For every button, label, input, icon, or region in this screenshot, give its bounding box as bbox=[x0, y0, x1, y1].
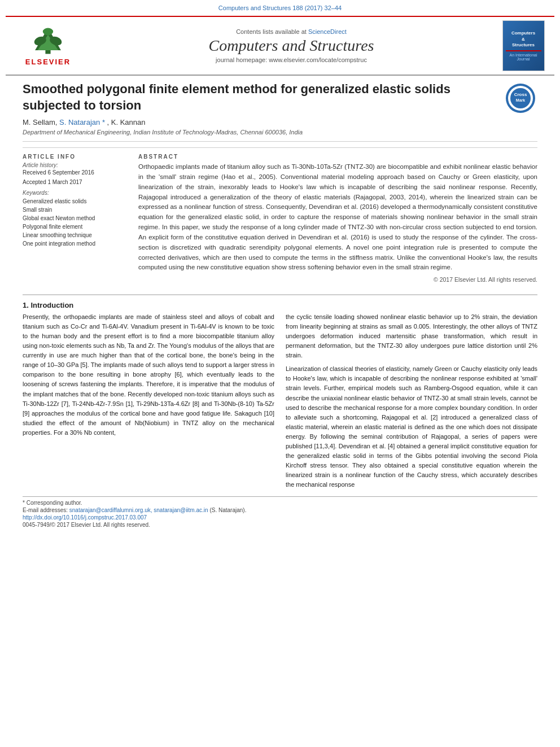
author-kannan: , K. Kannan bbox=[107, 118, 146, 126]
authors-line: M. Sellam, S. Natarajan * , K. Kannan bbox=[23, 118, 537, 126]
intro-right-para1: the cyclic tensile loading showed nonlin… bbox=[286, 312, 537, 360]
crossmark-badge: Cross Mark bbox=[504, 81, 537, 115]
article-title-container: Smoothed polygonal finite element method… bbox=[23, 81, 537, 113]
keyword-5: Linear smoothing technique bbox=[23, 231, 127, 239]
doi-line: http://dx.doi.org/10.1016/j.compstruc.20… bbox=[23, 514, 537, 521]
body-right-col: the cyclic tensile loading showed nonlin… bbox=[286, 312, 537, 493]
crossmark-icon: Cross Mark bbox=[505, 83, 536, 114]
svg-point-5 bbox=[43, 28, 53, 36]
svg-text:Cross: Cross bbox=[514, 92, 527, 97]
keyword-2: Small strain bbox=[23, 206, 127, 214]
body-divider bbox=[23, 294, 537, 295]
author-sellam: M. Sellam, bbox=[23, 118, 59, 126]
article-title-text: Smoothed polygonal finite element method… bbox=[23, 82, 450, 112]
keyword-1: Generalized elastic solids bbox=[23, 197, 127, 206]
keywords-label: Keywords: bbox=[23, 190, 127, 196]
sciencedirect-label: Contents lists available at bbox=[236, 28, 307, 35]
intro-left-para: Presently, the orthopaedic implants are … bbox=[23, 312, 274, 438]
article-info-col: ARTICLE INFO Article history: Received 6… bbox=[23, 154, 127, 283]
received-date: Received 6 September 2016 bbox=[23, 169, 127, 176]
intro-section-title: 1. Introduction bbox=[23, 301, 537, 309]
keyword-4: Polygonal finite element bbox=[23, 222, 127, 231]
email-note: (S. Natarajan). bbox=[209, 507, 246, 513]
intro-right-para2: Linearization of classical theories of e… bbox=[286, 364, 537, 490]
corresponding-author-note: * Corresponding author. bbox=[23, 500, 537, 506]
keywords-section: Keywords: Generalized elastic solids Sma… bbox=[23, 190, 127, 248]
sciencedirect-link[interactable]: ScienceDirect bbox=[308, 28, 347, 35]
section-number: 1. bbox=[23, 301, 29, 309]
thumb-label: Computers&Structures bbox=[511, 30, 535, 48]
abstract-text: Orthopaedic implants made of titanium al… bbox=[138, 162, 537, 273]
body-section: 1. Introduction Presently, the orthopaed… bbox=[0, 301, 560, 493]
article-content: Smoothed polygonal finite element method… bbox=[0, 76, 560, 289]
page: Computers and Structures 188 (2017) 32–4… bbox=[0, 0, 560, 747]
body-left-col: Presently, the orthopaedic implants are … bbox=[23, 312, 274, 493]
title-section: Smoothed polygonal finite element method… bbox=[23, 81, 537, 142]
abstract-heading: ABSTRACT bbox=[138, 154, 537, 160]
article-info-heading: ARTICLE INFO bbox=[23, 154, 127, 160]
keyword-3: Global exact Newton method bbox=[23, 214, 127, 222]
journal-header: Computers and Structures 188 (2017) 32–4… bbox=[0, 0, 560, 16]
doi-link[interactable]: http://dx.doi.org/10.1016/j.compstruc.20… bbox=[23, 514, 147, 521]
abstract-col: ABSTRACT Orthopaedic implants made of ti… bbox=[138, 154, 537, 283]
journal-thumbnail: Computers&Structures An International Jo… bbox=[502, 20, 545, 71]
thumb-sub: An International Journal bbox=[506, 53, 541, 61]
email-addresses: snatarajan@cardiffalumni.org.uk, snatara… bbox=[69, 507, 208, 513]
body-two-col: Presently, the orthopaedic implants are … bbox=[23, 312, 537, 493]
journal-ref: Computers and Structures 188 (2017) 32–4… bbox=[11, 5, 549, 11]
author-natarajan: S. Natarajan * bbox=[59, 118, 105, 126]
svg-text:Mark: Mark bbox=[515, 98, 524, 102]
sciencedirect-line: Contents lists available at ScienceDirec… bbox=[85, 28, 498, 35]
banner-right: Computers&Structures An International Jo… bbox=[498, 20, 549, 71]
journal-name: Computers and Structures bbox=[85, 37, 498, 55]
email-line: E-mail addresses: snatarajan@cardiffalum… bbox=[23, 507, 537, 513]
elsevier-tree-icon bbox=[25, 25, 71, 56]
elsevier-brand-text: ELSEVIER bbox=[25, 58, 71, 66]
banner-center: Contents lists available at ScienceDirec… bbox=[85, 28, 498, 63]
keyword-6: One point integration method bbox=[23, 239, 127, 248]
history-label: Article history: bbox=[23, 162, 127, 168]
email-label: E-mail addresses: bbox=[23, 507, 68, 513]
accepted-date: Accepted 1 March 2017 bbox=[23, 179, 127, 185]
copyright-line: © 2017 Elsevier Ltd. All rights reserved… bbox=[138, 276, 537, 283]
section-title-text: Introduction bbox=[30, 301, 73, 309]
info-abstract-section: ARTICLE INFO Article history: Received 6… bbox=[23, 147, 537, 283]
journal-banner: ELSEVIER Contents lists available at Sci… bbox=[6, 16, 554, 75]
issn-line: 0045-7949/© 2017 Elsevier Ltd. All right… bbox=[23, 522, 537, 528]
elsevier-logo-area: ELSEVIER bbox=[11, 25, 85, 66]
affiliation: Department of Mechanical Engineering, In… bbox=[23, 129, 537, 136]
elsevier-logo: ELSEVIER bbox=[25, 25, 71, 66]
footnote-section: * Corresponding author. E-mail addresses… bbox=[23, 496, 537, 528]
journal-homepage: journal homepage: www.elsevier.com/locat… bbox=[85, 56, 498, 63]
